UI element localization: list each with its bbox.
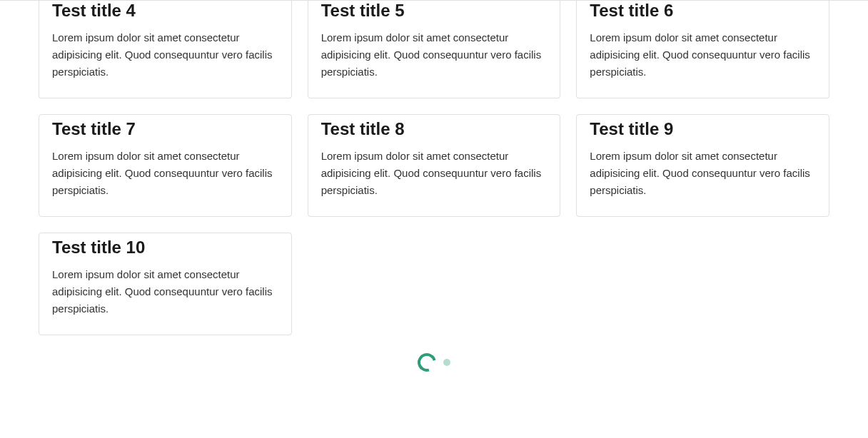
card-body: Lorem ipsum dolor sit amet consectetur a… xyxy=(52,29,278,81)
card-title: Test title 7 xyxy=(52,119,278,139)
card: Test title 5 Lorem ipsum dolor sit amet … xyxy=(308,1,561,98)
card: Test title 7 Lorem ipsum dolor sit amet … xyxy=(39,114,292,217)
card-title: Test title 4 xyxy=(52,1,278,21)
loading-indicator xyxy=(39,348,829,377)
card-title: Test title 10 xyxy=(52,238,278,258)
spinner-icon xyxy=(414,350,440,375)
card: Test title 9 Lorem ipsum dolor sit amet … xyxy=(576,114,829,217)
card-body: Lorem ipsum dolor sit amet consectetur a… xyxy=(590,148,816,199)
card: Test title 4 Lorem ipsum dolor sit amet … xyxy=(39,1,292,98)
card-title: Test title 6 xyxy=(590,1,816,21)
card-title: Test title 8 xyxy=(321,119,547,139)
card-body: Lorem ipsum dolor sit amet consectetur a… xyxy=(590,29,816,81)
dot-icon xyxy=(443,359,450,366)
card-body: Lorem ipsum dolor sit amet consectetur a… xyxy=(52,266,278,317)
card-body: Lorem ipsum dolor sit amet consectetur a… xyxy=(321,29,547,81)
card-body: Lorem ipsum dolor sit amet consectetur a… xyxy=(321,148,547,199)
card-title: Test title 5 xyxy=(321,1,547,21)
card-body: Lorem ipsum dolor sit amet consectetur a… xyxy=(52,148,278,199)
card-title: Test title 9 xyxy=(590,119,816,139)
card: Test title 10 Lorem ipsum dolor sit amet… xyxy=(39,233,292,335)
card: Test title 6 Lorem ipsum dolor sit amet … xyxy=(576,1,829,98)
card-grid: Test title 4 Lorem ipsum dolor sit amet … xyxy=(0,1,868,377)
card: Test title 8 Lorem ipsum dolor sit amet … xyxy=(308,114,561,217)
